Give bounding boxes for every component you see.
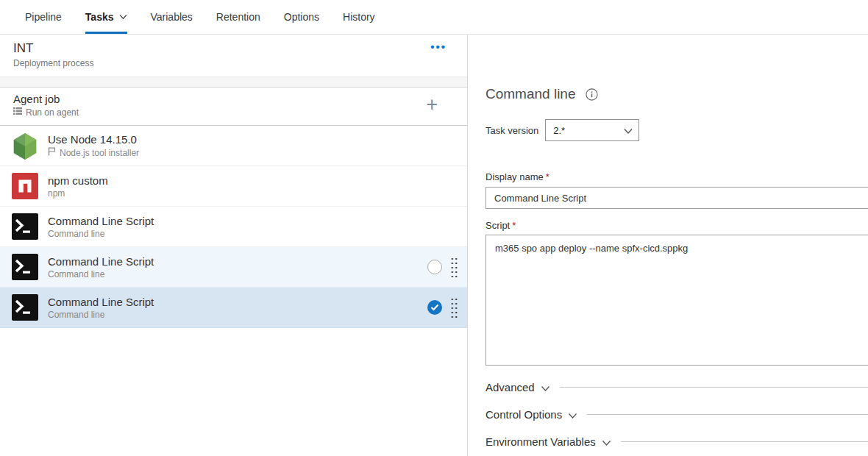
- task-row[interactable]: npm custom npm: [0, 166, 467, 207]
- task-settings-panel: Command line Task version 2.* Display na…: [469, 35, 868, 456]
- task-title: npm custom: [48, 174, 108, 187]
- task-row[interactable]: Command Line Script Command line: [0, 288, 467, 328]
- task-subtitle: Node.js tool installer: [60, 148, 139, 158]
- stage-header: INT Deployment process •••: [0, 35, 467, 76]
- section-advanced[interactable]: Advanced: [485, 374, 868, 401]
- plus-icon: +: [426, 93, 438, 115]
- chevron-down-icon: [119, 14, 127, 20]
- required-asterisk: *: [546, 171, 549, 182]
- task-title: Use Node 14.15.0: [48, 133, 139, 146]
- npm-icon: [12, 173, 38, 199]
- process-panel: INT Deployment process ••• Agent job Run…: [0, 35, 468, 456]
- task-select-radio[interactable]: [427, 260, 442, 274]
- tab-label: Options: [284, 11, 319, 23]
- tab-label: Variables: [151, 11, 193, 23]
- display-name-label: Display name*: [485, 171, 549, 182]
- tab-tasks[interactable]: Tasks: [74, 0, 139, 34]
- add-task-button[interactable]: +: [426, 95, 438, 115]
- tab-label: Retention: [216, 11, 260, 23]
- agent-job-title: Agent job: [13, 93, 467, 105]
- pipeline-nav: Pipeline Tasks Variables Retention Optio…: [0, 0, 868, 35]
- task-title: Command Line Script: [48, 255, 154, 268]
- tab-retention[interactable]: Retention: [204, 0, 272, 34]
- tab-label: History: [343, 11, 375, 23]
- tab-options[interactable]: Options: [272, 0, 331, 34]
- task-title: Command Line Script: [48, 296, 154, 308]
- script-label: Script*: [485, 220, 516, 231]
- task-subtitle: Command line: [48, 229, 104, 239]
- task-title: Command Line Script: [48, 215, 154, 227]
- nodejs-icon: [12, 132, 38, 159]
- drag-handle-icon[interactable]: [450, 297, 458, 318]
- task-version-label: Task version: [485, 125, 538, 136]
- more-options-button[interactable]: •••: [430, 40, 447, 53]
- tab-pipeline[interactable]: Pipeline: [13, 0, 74, 34]
- section-control-options[interactable]: Control Options: [485, 401, 868, 428]
- section-environment-variables[interactable]: Environment Variables: [485, 428, 868, 455]
- task-selected-check-icon[interactable]: [427, 300, 442, 315]
- task-version-select[interactable]: 2.*: [545, 119, 639, 141]
- panel-separator: [0, 76, 467, 87]
- chevron-down-icon: [568, 413, 576, 418]
- stage-subtitle: Deployment process: [13, 58, 467, 68]
- chevron-down-icon: [624, 128, 632, 134]
- chevron-down-icon: [541, 385, 549, 391]
- tab-label: Tasks: [85, 11, 114, 23]
- info-icon[interactable]: [586, 88, 598, 101]
- terminal-icon: [12, 254, 38, 280]
- task-settings-title: Command line: [485, 86, 576, 102]
- section-divider: [621, 441, 868, 442]
- section-divider: [587, 414, 868, 415]
- required-asterisk: *: [512, 220, 516, 231]
- task-version-value: 2.*: [553, 125, 565, 136]
- terminal-icon: [12, 213, 38, 240]
- task-subtitle: npm: [48, 188, 65, 199]
- tab-variables[interactable]: Variables: [139, 0, 204, 34]
- task-subtitle: Command line: [48, 310, 104, 320]
- tab-history[interactable]: History: [331, 0, 387, 34]
- section-divider: [560, 387, 868, 388]
- agent-job-row[interactable]: Agent job Run on agent +: [0, 87, 467, 126]
- task-row[interactable]: Use Node 14.15.0 Node.js tool installer: [0, 126, 467, 166]
- agent-job-subtitle: Run on agent: [26, 107, 79, 118]
- tab-label: Pipeline: [25, 11, 62, 23]
- terminal-icon: [12, 294, 38, 321]
- task-row[interactable]: Command Line Script Command line: [0, 207, 467, 247]
- agent-icon: [13, 107, 22, 118]
- task-subtitle: Command line: [48, 269, 104, 279]
- drag-handle-icon[interactable]: [450, 257, 458, 278]
- flag-icon: [48, 147, 56, 158]
- collapsible-sections: Advanced Control Options Environment Var…: [485, 374, 868, 456]
- task-row[interactable]: Command Line Script Command line: [0, 247, 467, 288]
- display-name-input[interactable]: [485, 187, 868, 209]
- ellipsis-icon: •••: [430, 40, 447, 53]
- script-textarea[interactable]: m365 spo app deploy --name spfx-cicd.spp…: [485, 235, 868, 366]
- stage-name: INT: [13, 41, 467, 56]
- chevron-down-icon: [602, 440, 610, 446]
